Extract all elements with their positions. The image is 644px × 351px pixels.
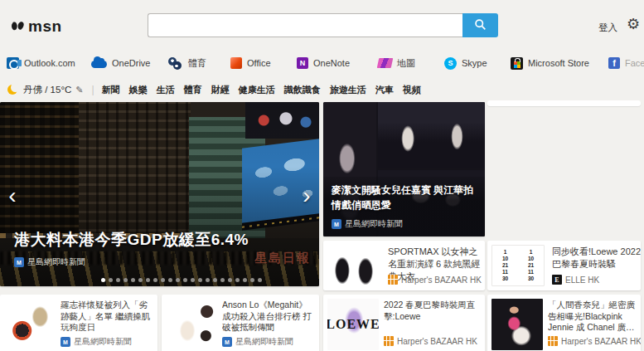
nav-item-food[interactable]: 識飲識食 [284,84,321,96]
msn-butterfly-icon [11,21,25,33]
carousel-dot[interactable] [228,278,232,282]
nav-item-news[interactable]: 新聞 [102,84,120,96]
carousel-prev-button[interactable]: ‹ [3,183,22,212]
story-card-elle-loewe[interactable]: 1 10 21 11 30 1 10 21 11 30 同步收看!Loewe 2… [487,241,641,290]
story-source: M 星島網即時新聞 [61,336,132,348]
weather-widget[interactable]: 丹佛 / 15°C [23,84,71,96]
carousel-dot[interactable] [153,278,157,282]
main-nav: 丹佛 / 15°C ✎ | 新聞 娛樂 生活 體育 財經 健康生活 識飲識食 旅… [0,78,644,101]
nav-item-lifestyle[interactable]: 生活 [157,84,175,96]
app-link-onenote[interactable]: N OneNote [297,48,350,78]
app-links-row: Outlook.com OneDrive 體育 Office N OneNote… [0,48,644,78]
nav-item-autos[interactable]: 汽車 [375,84,394,96]
nav-item-money[interactable]: 財經 [211,84,230,96]
carousel-dot[interactable] [161,278,165,282]
story-source: E ELLE HK [552,275,599,285]
nav-item-health[interactable]: 健康生活 [239,84,275,96]
skype-icon: S [444,57,457,70]
nav-item-entertainment[interactable]: 娛樂 [129,84,148,96]
story-headline: 2022 春夏巴黎時裝周直擊:Loewe [384,300,477,322]
nav-item-video[interactable]: 視頻 [403,84,421,96]
office-icon [230,57,242,69]
story-thumbnail [327,245,380,286]
hero-carousel-card[interactable]: 星島日報 港大料本港今季GDP放緩至6.4% M 星島網即時新聞 ‹ › [0,102,319,286]
carousel-dot[interactable] [131,278,135,282]
carousel-dot[interactable] [116,278,120,282]
carousel-dot[interactable] [123,278,128,282]
outlook-icon [7,57,19,69]
carousel-dot[interactable] [213,278,217,282]
story-thumbnail [4,299,56,350]
facebook-icon: f [608,57,620,69]
carousel-next-button[interactable]: › [298,183,316,212]
weather-edit-icon[interactable]: ✎ [75,85,83,95]
hero-source: M 星島網即時新聞 [14,256,85,268]
onenote-icon: N [297,57,308,69]
weather-moon-icon [7,85,17,95]
singtao-icon: M [61,337,70,347]
app-link-maps[interactable]: 地圖 [378,48,415,78]
carousel-dot[interactable] [183,278,187,282]
carousel-dot[interactable] [109,278,113,282]
search-input[interactable] [148,13,462,37]
harpers-bazaar-icon [384,336,394,346]
carousel-dot[interactable] [168,278,172,282]
carousel-dot[interactable] [191,278,195,282]
carousel-dot[interactable] [258,278,262,282]
hero-headline: 港大料本港今季GDP放緩至6.4% [14,229,249,251]
carousel-dot[interactable] [220,278,225,282]
sign-in-link[interactable]: 登入 [598,22,617,34]
story-card-jennie-chanel[interactable]: 「人間香奈兒」絕密廣告相曝光!Blackpink Jennie 成 Chanel… [487,295,641,351]
app-link-facebook[interactable]: f Facebook [608,48,644,78]
story-source: M 星島網即時新聞 [332,218,477,230]
app-link-onedrive[interactable]: OneDrive [91,48,150,78]
harpers-bazaar-icon [548,336,558,346]
carousel-dot[interactable] [146,278,150,282]
microsoft-store-icon [511,57,523,70]
story-source: Harper's BAZAAR HK [384,336,477,346]
nav-items: 新聞 娛樂 生活 體育 財經 健康生活 識飲識食 旅遊生活 汽車 視頻 [102,84,421,96]
photo-watermark: 星島日報 [254,251,311,266]
harpers-bazaar-icon [388,275,398,285]
msn-homepage: { "header": { "logo_text": "msn", "searc… [0,0,644,351]
search-button[interactable] [462,13,498,37]
onedrive-icon [91,61,107,68]
story-thumbnail [166,299,217,350]
feature-overlay: 麥潔文開騷女兒任嘉賓 與江華拍情戲俏晒恩愛 M 星島網即時新聞 [323,177,485,236]
nav-item-travel[interactable]: 旅遊生活 [330,84,366,96]
singtao-icon: M [14,257,24,267]
story-card-sportmax[interactable]: SPORTMAX 以女神之名重新演繹 6 款純黑經典大衣 Harper's BA… [323,241,485,290]
elle-icon: E [552,275,562,285]
carousel-dot[interactable] [176,278,180,282]
carousel-dot[interactable] [138,278,143,282]
app-link-office[interactable]: Office [230,48,271,78]
carousel-dot[interactable] [235,278,240,282]
search-bar [148,13,498,37]
singtao-icon: M [222,337,232,347]
story-card-ansonlo[interactable]: Anson Lo《Megahit》成功殺入港台排行榜 打破被抵制傳聞 M 星島網… [162,295,319,351]
carousel-dot[interactable] [101,278,105,282]
story-card-loewe-paris[interactable]: LOEWE 2022 春夏巴黎時裝周直擊:Loewe Harper's BAZA… [323,295,485,351]
singtao-icon: M [332,219,341,229]
msn-logo[interactable]: msn [11,17,62,36]
search-icon [474,18,487,33]
app-link-microsoft-store[interactable]: Microsoft Store [511,48,589,78]
carousel-dot[interactable] [243,278,247,282]
settings-gear-icon[interactable]: ⚙ [627,17,640,32]
story-card-feature[interactable]: 麥潔文開騷女兒任嘉賓 與江華拍情戲俏晒恩愛 M 星島網即時新聞 [323,102,485,236]
app-link-outlook[interactable]: Outlook.com [7,48,75,78]
story-headline: 「人間香奈兒」絕密廣告相曝光!Blackpink Jennie 成 Chanel… [548,300,641,334]
msn-logo-text: msn [28,17,62,36]
story-headline: 麥潔文開騷女兒任嘉賓 與江華拍情戲俏晒恩愛 [332,183,477,212]
carousel-dot[interactable] [198,278,202,282]
story-card-showlo[interactable]: 羅志祥懷疑被列入「劣跡藝人」名單 繼續操肌玩狗度日 M 星島網即時新聞 [0,295,157,351]
app-link-sports[interactable]: 體育 [168,48,206,78]
nav-divider: | [92,84,94,95]
app-link-skype[interactable]: S Skype [444,48,487,78]
carousel-dot[interactable] [250,278,254,282]
maps-icon [377,58,394,68]
story-headline: 同步收看!Loewe 2022巴黎春夏時裝騷 [552,246,641,271]
story-headline: Anson Lo《Megahit》成功殺入港台排行榜 打破被抵制傳聞 [222,300,315,334]
nav-item-sports[interactable]: 體育 [184,84,202,96]
carousel-dot[interactable] [206,278,210,282]
